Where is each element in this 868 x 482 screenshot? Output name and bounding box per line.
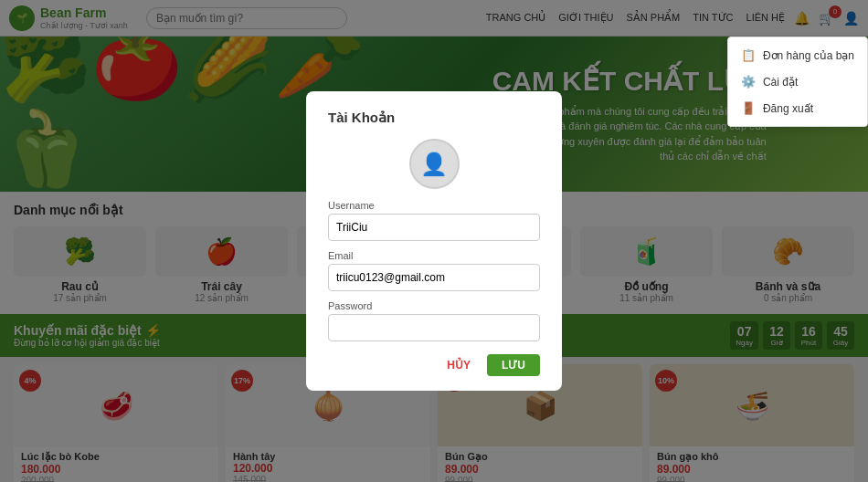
account-modal: Tài Khoản 👤 Username Email Password HỦY … — [306, 91, 562, 391]
cancel-button[interactable]: HỦY — [439, 354, 478, 376]
settings-icon: ⚙️ — [741, 75, 756, 89]
username-label: Username — [328, 200, 540, 211]
email-label: Email — [328, 250, 540, 261]
email-input[interactable] — [328, 264, 540, 291]
orders-icon: 📋 — [741, 48, 756, 62]
dropdown-logout[interactable]: 🚪 Đăng xuất — [728, 95, 867, 121]
username-group: Username — [328, 200, 540, 241]
logout-label: Đăng xuất — [763, 102, 813, 115]
username-input[interactable] — [328, 214, 540, 241]
password-input[interactable] — [328, 314, 540, 341]
avatar-image: 👤 — [409, 139, 460, 189]
modal-actions: HỦY LƯU — [328, 354, 540, 376]
orders-label: Đơn hàng của bạn — [763, 49, 854, 62]
user-dropdown: 📋 Đơn hàng của bạn ⚙️ Cài đặt 🚪 Đăng xuấ… — [727, 37, 868, 127]
settings-label: Cài đặt — [763, 76, 798, 89]
dropdown-settings[interactable]: ⚙️ Cài đặt — [728, 68, 867, 95]
modal-title: Tài Khoản — [328, 110, 540, 126]
password-label: Password — [328, 300, 540, 311]
dropdown-orders[interactable]: 📋 Đơn hàng của bạn — [728, 42, 867, 68]
email-group: Email — [328, 250, 540, 291]
save-button[interactable]: LƯU — [487, 354, 540, 376]
modal-avatar: 👤 — [328, 139, 540, 189]
password-group: Password — [328, 300, 540, 341]
logout-icon: 🚪 — [741, 101, 756, 115]
